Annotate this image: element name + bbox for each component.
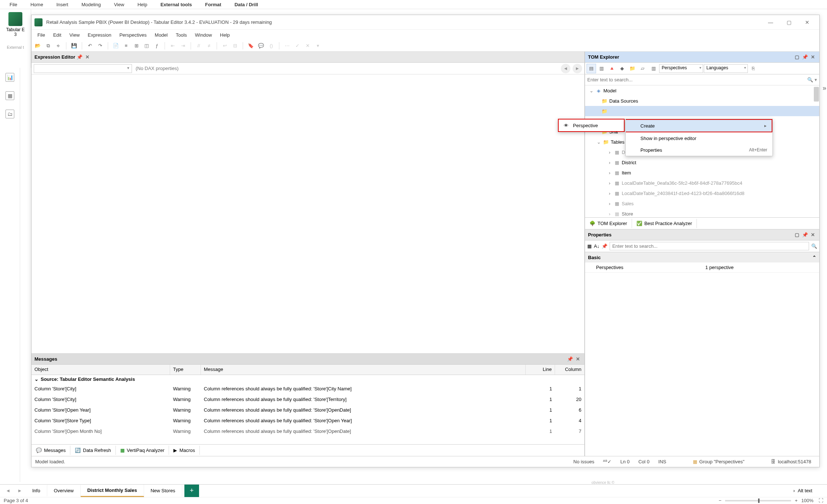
search-dropdown-icon[interactable]: ▾	[815, 77, 817, 82]
tree-table-item[interactable]: ›▦LocalDateTable_2403841f-d1ed-4123-bf26…	[585, 188, 819, 198]
languages-dropdown[interactable]: Languages	[704, 64, 748, 73]
report-view-icon[interactable]: 📊	[5, 73, 14, 82]
tree-model[interactable]: ⌄◈Model	[585, 85, 819, 96]
menu-help[interactable]: Help	[216, 31, 234, 39]
ribbon-insert[interactable]: Insert	[50, 0, 75, 9]
tab-bpa[interactable]: ✅Best Practice Analyzer	[632, 219, 697, 228]
filter-icon[interactable]: ▱	[638, 64, 647, 73]
add-sheet-button[interactable]: +	[184, 485, 199, 497]
model-view-icon[interactable]: 🗂	[5, 110, 14, 118]
context-properties[interactable]: Properties Alt+Enter	[626, 144, 772, 156]
close-button[interactable]: ✕	[798, 19, 816, 25]
sheet-overview[interactable]: Overview	[47, 485, 81, 496]
maximize-panel-icon[interactable]: ▢	[795, 54, 799, 60]
tree-mode-icon[interactable]: ▤	[587, 64, 596, 73]
properties-search-input[interactable]	[610, 242, 809, 250]
tree-table-item[interactable]: ›▦District	[585, 157, 819, 168]
tree-table-item[interactable]: ›▦Item	[585, 168, 819, 178]
ribbon-external-tools[interactable]: External tools	[154, 0, 199, 9]
alt-text-row[interactable]: ›Alt text	[793, 488, 812, 493]
context-show-editor[interactable]: Show in perspective editor	[626, 132, 772, 144]
menu-model[interactable]: Model	[151, 31, 171, 39]
diagram-icon[interactable]: ◫	[143, 42, 151, 50]
deploy-icon[interactable]: ⎆	[54, 42, 62, 50]
perspectives-dropdown[interactable]: Perspectives	[659, 64, 703, 73]
close-panel-icon[interactable]: ✕	[811, 54, 815, 60]
message-row[interactable]: Column 'Store'[City]WarningColumn refere…	[32, 394, 584, 405]
sheet-district[interactable]: District Monthly Sales	[81, 485, 144, 497]
col-line[interactable]: Line	[526, 365, 555, 375]
ribbon-modeling[interactable]: Modeling	[75, 0, 107, 9]
fit-page-icon[interactable]: ⛶	[819, 498, 823, 503]
ribbon-view[interactable]: View	[107, 0, 131, 9]
pivot-icon[interactable]: ⊞	[132, 42, 140, 50]
cube-icon[interactable]: ◆	[617, 64, 627, 73]
context-create[interactable]: Create ▸	[626, 120, 772, 132]
close-panel-icon[interactable]: ✕	[85, 54, 89, 60]
zoom-slider[interactable]	[725, 500, 791, 501]
ribbon-format[interactable]: Format	[199, 0, 228, 9]
message-row[interactable]: Column 'Store'[Open Month No]WarningColu…	[32, 426, 584, 437]
message-row[interactable]: Column 'Store'[City]WarningColumn refere…	[32, 383, 584, 394]
sheet-info[interactable]: Info	[26, 485, 47, 496]
search-icon[interactable]: 🔍	[811, 243, 817, 249]
pin-icon[interactable]: 📌	[567, 356, 573, 362]
message-group[interactable]: ⌄Source: Tabular Editor Semantic Analysi…	[32, 375, 584, 383]
minimize-button[interactable]: —	[761, 19, 780, 25]
dax-icon[interactable]: ƒ	[153, 42, 161, 50]
menu-perspectives[interactable]: Perspectives	[116, 31, 150, 39]
ribbon-data-drill[interactable]: Data / Drill	[228, 0, 265, 9]
tab-vertipaq[interactable]: ▦VertiPaq Analyzer	[116, 446, 169, 455]
menu-file[interactable]: File	[34, 31, 49, 39]
tab-data-refresh[interactable]: 🔄Data Refresh	[70, 446, 116, 455]
expand-pane-icon[interactable]: »	[823, 84, 826, 92]
maximize-button[interactable]: ▢	[780, 19, 798, 25]
tom-search-input[interactable]	[587, 77, 807, 82]
props-group-basic[interactable]: Basic⌃	[585, 252, 819, 262]
save-icon[interactable]: 💾	[70, 42, 78, 50]
pin-icon[interactable]: 📌	[802, 232, 808, 238]
status-spellcheck-icon[interactable]: ᴬᴮ✓	[603, 459, 611, 464]
expression-editor-area[interactable]	[32, 74, 584, 353]
tree-datasources[interactable]: 📁Data Sources	[585, 96, 819, 106]
tree-perspectives[interactable]: 📁	[585, 106, 819, 116]
new-icon[interactable]: ⧉	[44, 42, 52, 50]
alphabetical-icon[interactable]: A↓	[594, 243, 599, 249]
sheet-prev-icon[interactable]: ◄	[2, 488, 14, 493]
tab-tom-explorer[interactable]: 🌳TOM Explorer	[585, 219, 632, 228]
tab-macros[interactable]: ▶Macros	[169, 446, 200, 455]
menu-edit[interactable]: Edit	[49, 31, 65, 39]
redo-icon[interactable]: ↷	[96, 42, 104, 50]
tab-messages[interactable]: 💬Messages	[32, 446, 70, 455]
close-panel-icon[interactable]: ✕	[576, 356, 580, 362]
hierarchy-icon[interactable]: 🔺	[607, 64, 617, 73]
script-icon[interactable]: 📄	[112, 42, 120, 50]
ribbon-help[interactable]: Help	[131, 0, 154, 9]
col-object[interactable]: Object	[32, 365, 170, 375]
col-type[interactable]: Type	[170, 365, 201, 375]
col-message[interactable]: Message	[201, 365, 526, 375]
sheet-newstores[interactable]: New Stores	[144, 485, 182, 496]
categorized-icon[interactable]: ▦	[587, 243, 592, 249]
pin-icon[interactable]: 📌	[802, 54, 808, 60]
message-row[interactable]: Column 'Store'[Store Type]WarningColumn …	[32, 415, 584, 426]
scrollbar-thumb[interactable]	[814, 87, 819, 102]
folder-icon[interactable]: 📁	[628, 64, 637, 73]
menu-window[interactable]: Window	[191, 31, 216, 39]
menu-tools[interactable]: Tools	[172, 31, 190, 39]
nav-fwd-icon[interactable]: ►	[573, 64, 582, 73]
tree-table-item[interactable]: ›▦Store	[585, 209, 819, 217]
data-view-icon[interactable]: ▦	[5, 91, 14, 100]
search-icon[interactable]: 🔍	[807, 77, 813, 82]
pin-icon[interactable]: 📌	[77, 54, 82, 60]
open-icon[interactable]: 📂	[34, 42, 42, 50]
format-icon[interactable]: ≡	[122, 42, 130, 50]
pin-prop-icon[interactable]: 📌	[602, 243, 607, 249]
zoom-in-icon[interactable]: +	[795, 498, 798, 503]
maximize-panel-icon[interactable]: ▢	[795, 232, 799, 238]
list-mode-icon[interactable]: ▥	[597, 64, 606, 73]
menu-expression[interactable]: Expression	[84, 31, 115, 39]
columns-icon[interactable]: ▥	[649, 64, 658, 73]
menu-view[interactable]: View	[66, 31, 83, 39]
extra-icon[interactable]: ⎘	[749, 64, 758, 73]
